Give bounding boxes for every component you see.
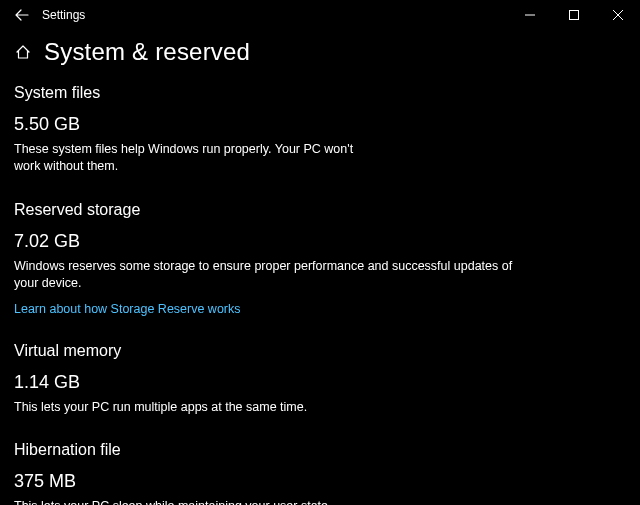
- maximize-icon: [569, 10, 579, 20]
- section-virtual-memory: Virtual memory 1.14 GB This lets your PC…: [14, 342, 626, 416]
- home-icon: [15, 44, 31, 60]
- section-size: 5.50 GB: [14, 114, 626, 135]
- minimize-button[interactable]: [508, 0, 552, 30]
- content-area: System files 5.50 GB These system files …: [0, 78, 640, 505]
- section-description: Windows reserves some storage to ensure …: [14, 258, 534, 292]
- section-hibernation-file: Hibernation file 375 MB This lets your P…: [14, 441, 626, 505]
- section-size: 7.02 GB: [14, 231, 626, 252]
- page-header: System & reserved: [0, 30, 640, 78]
- close-button[interactable]: [596, 0, 640, 30]
- home-button[interactable]: [14, 43, 32, 61]
- titlebar: Settings: [0, 0, 640, 30]
- section-title: System files: [14, 84, 626, 102]
- section-system-files: System files 5.50 GB These system files …: [14, 84, 626, 175]
- section-description: This lets your PC sleep while maintainin…: [14, 498, 534, 505]
- close-icon: [613, 10, 623, 20]
- section-description: This lets your PC run multiple apps at t…: [14, 399, 534, 416]
- back-button[interactable]: [8, 1, 36, 29]
- section-reserved-storage: Reserved storage 7.02 GB Windows reserve…: [14, 201, 626, 316]
- storage-reserve-link[interactable]: Learn about how Storage Reserve works: [14, 302, 241, 316]
- maximize-button[interactable]: [552, 0, 596, 30]
- page-title: System & reserved: [44, 38, 250, 66]
- svg-rect-1: [570, 11, 579, 20]
- window-controls: [508, 0, 640, 30]
- app-title: Settings: [42, 8, 85, 22]
- minimize-icon: [525, 10, 535, 20]
- arrow-left-icon: [15, 8, 29, 22]
- section-size: 375 MB: [14, 471, 626, 492]
- section-title: Reserved storage: [14, 201, 626, 219]
- section-title: Hibernation file: [14, 441, 626, 459]
- section-size: 1.14 GB: [14, 372, 626, 393]
- section-description: These system files help Windows run prop…: [14, 141, 364, 175]
- section-title: Virtual memory: [14, 342, 626, 360]
